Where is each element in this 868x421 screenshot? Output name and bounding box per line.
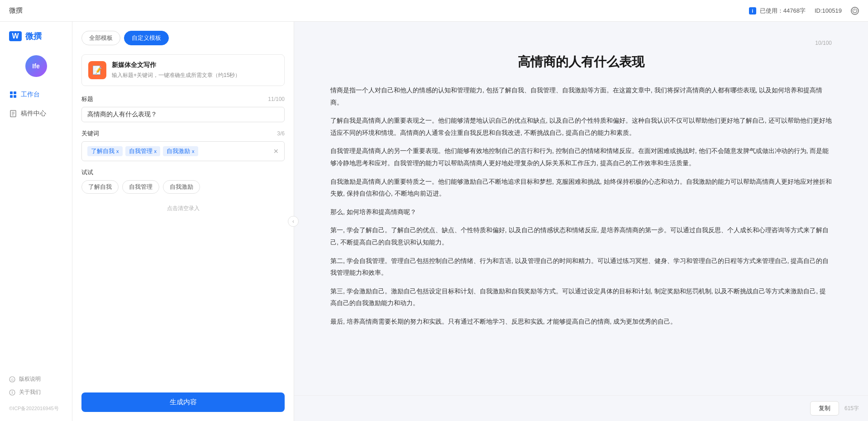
template-desc: 输入标题+关键词，一键准确生成所需文章（约15秒）: [112, 71, 240, 79]
form-panel: 全部模板 自定义模板 📝 新媒体全文写作 输入标题+关键词，一键准确生成所需文章…: [72, 22, 294, 421]
tag-1-close[interactable]: x: [116, 148, 119, 154]
title-count: 11/100: [268, 96, 285, 102]
template-info: 新媒体全文写作 输入标题+关键词，一键准确生成所需文章（约15秒）: [112, 61, 240, 79]
svg-text:©: ©: [11, 378, 14, 382]
generate-button[interactable]: 生成内容: [81, 392, 285, 412]
header-left: 微撰: [9, 6, 23, 15]
header: 微撰 i 已使用：44768字 ID:100519: [0, 0, 868, 22]
sidebar-footer: © 版权说明 关于我们 ©ICP备2022016945号: [0, 375, 72, 412]
try-chip-1[interactable]: 了解自我: [81, 180, 119, 194]
tags-container[interactable]: 了解自我 x 自我管理 x 自我激励 x ✕: [81, 141, 285, 161]
template-tabs: 全部模板 自定义模板: [81, 31, 285, 45]
keyword-count: 3/6: [277, 130, 285, 137]
logo-w: W: [9, 31, 22, 41]
title-field: 标题 11/100: [81, 95, 285, 122]
preview-content: 10/100 高情商的人有什么表现 情商是指一个人对自己和他人的情感的认知和管理…: [294, 22, 868, 395]
clear-hint[interactable]: 点击清空录入: [81, 205, 285, 212]
drafts-icon: [9, 110, 17, 118]
svg-rect-2: [10, 95, 13, 98]
preview-para-5: 第一, 学会了解自己。了解自己的优点、缺点、个性特质和偏好, 以及自己的情感状态…: [330, 224, 832, 248]
preview-footer: 复制 615字: [294, 395, 868, 421]
workspace-icon: [9, 91, 17, 99]
sidebar-nav: 工作台 稿件中心: [0, 86, 72, 375]
tag-3[interactable]: 自我激励 x: [163, 146, 198, 156]
try-chip-3[interactable]: 自我激励: [163, 180, 200, 194]
preview-para-3: 自我激励是高情商人的重要特质之一。他们能够激励自己不断地追求目标和梦想, 克服困…: [330, 176, 832, 200]
try-label: 试试: [81, 168, 285, 177]
svg-rect-0: [10, 91, 13, 94]
template-card: 📝 新媒体全文写作 输入标题+关键词，一键准确生成所需文章（约15秒）: [81, 54, 285, 86]
main-layout: W 微撰 Ife 工作台: [0, 22, 868, 421]
power-icon[interactable]: [851, 7, 859, 15]
tab-custom[interactable]: 自定义模板: [124, 31, 169, 45]
copy-button[interactable]: 复制: [810, 401, 839, 416]
tag-2[interactable]: 自我管理 x: [125, 146, 161, 156]
preview-para-0: 情商是指一个人对自己和他人的情感的认知和管理能力, 包括了解自我、自我管理、自我…: [330, 84, 832, 108]
title-input[interactable]: [81, 107, 285, 122]
sidebar-logo: W 微撰: [0, 31, 72, 55]
sidebar: W 微撰 Ife 工作台: [0, 22, 72, 421]
preview-para-2: 自我管理是高情商人的另一个重要表现。他们能够有效地控制自己的言行和行为, 控制自…: [330, 145, 832, 169]
usage-label: 已使用：44768字: [760, 7, 806, 15]
template-icon: 📝: [88, 61, 106, 79]
copyright-label: 版权说明: [19, 375, 41, 383]
tags-clear-icon[interactable]: ✕: [273, 148, 279, 155]
preview-title: 高情商的人有什么表现: [330, 53, 832, 71]
info-icon: i: [749, 7, 756, 14]
try-section: 试试 了解自我 自我管理 自我激励: [81, 168, 285, 194]
icp-text: ©ICP备2022016945号: [9, 402, 63, 412]
preview-panel: 10/100 高情商的人有什么表现 情商是指一个人对自己和他人的情感的认知和管理…: [294, 22, 868, 421]
header-usage: i 已使用：44768字: [749, 7, 806, 15]
svg-point-12: [12, 390, 13, 391]
template-title: 新媒体全文写作: [112, 61, 240, 69]
keyword-field: 关键词 3/6 了解自我 x 自我管理 x 自我激励 x: [81, 129, 285, 161]
title-label: 标题: [81, 95, 93, 103]
sidebar-drafts-label: 稿件中心: [21, 110, 46, 118]
avatar: Ife: [25, 55, 47, 77]
tag-2-close[interactable]: x: [154, 148, 157, 154]
svg-rect-3: [14, 95, 16, 98]
sidebar-about[interactable]: 关于我们: [9, 388, 63, 396]
word-count: 615字: [844, 405, 859, 412]
preview-para-4: 那么, 如何培养和提高情商呢？: [330, 206, 832, 218]
logo-text: 微撰: [25, 31, 42, 42]
preview-para-6: 第二, 学会自我管理。管理自己包括控制自己的情绪、行为和言语, 以及管理自己的时…: [330, 255, 832, 279]
preview-para-7: 第三, 学会激励自己。激励自己包括设定目标和计划、自我激励和自我奖励等方式。可以…: [330, 285, 832, 309]
id-label: ID:100519: [815, 7, 842, 14]
preview-para-8: 最后, 培养高情商需要长期的努力和实践。只有通过不断地学习、反思和实践, 才能够…: [330, 316, 832, 328]
try-chips: 了解自我 自我管理 自我激励: [81, 180, 285, 194]
header-app-name: 微撰: [9, 6, 23, 15]
about-label: 关于我们: [19, 388, 41, 396]
panels-wrapper: ‹ 全部模板 自定义模板 📝 新媒体全文写作 输入标题+关键词，一键准确生成所需…: [72, 22, 868, 421]
header-right: i 已使用：44768字 ID:100519: [749, 7, 859, 15]
svg-rect-1: [14, 91, 16, 94]
tab-all[interactable]: 全部模板: [81, 31, 120, 45]
collapse-arrow[interactable]: ‹: [288, 216, 299, 227]
tag-1[interactable]: 了解自我 x: [87, 146, 123, 156]
sidebar-copyright[interactable]: © 版权说明: [9, 375, 63, 383]
page-count: 10/100: [330, 40, 832, 46]
tag-3-close[interactable]: x: [192, 148, 195, 154]
preview-body: 情商是指一个人对自己和他人的情感的认知和管理能力, 包括了解自我、自我管理、自我…: [330, 84, 832, 328]
sidebar-item-drafts[interactable]: 稿件中心: [0, 105, 72, 122]
keyword-label: 关键词: [81, 129, 99, 138]
sidebar-item-workspace[interactable]: 工作台: [0, 86, 72, 103]
preview-para-1: 了解自我是高情商人的重要表现之一。他们能够清楚地认识自己的优点和缺点, 以及自己…: [330, 115, 832, 139]
sidebar-workspace-label: 工作台: [21, 91, 40, 99]
try-chip-2[interactable]: 自我管理: [122, 180, 159, 194]
